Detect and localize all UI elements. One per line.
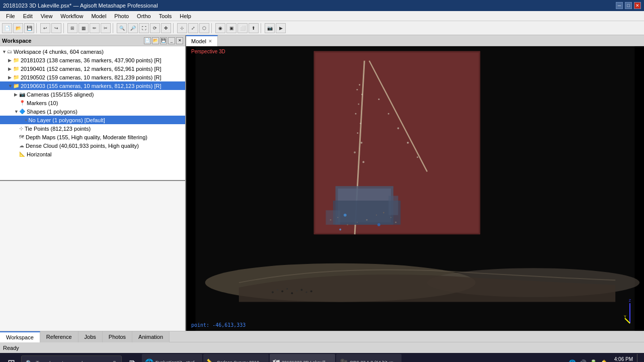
zoom-fit[interactable]: ⛶ [139,23,149,33]
separator-2 [63,23,65,33]
panel-open[interactable]: 📂 [152,37,159,44]
tree-arrow-chunk2: ▶ [8,66,13,71]
tree-item-chunk1[interactable]: ▶ 📁 20181023 (138 cameras, 36 markers, 4… [0,56,185,64]
tool3[interactable]: ✏ [90,23,100,33]
svg-point-4 [356,89,358,90]
tab-workspace[interactable]: Workspace [0,331,40,342]
svg-point-23 [344,214,347,217]
search-icon: 🔍 [26,360,33,363]
tree-item-horizontal[interactable]: 📐 Horizontal [0,150,185,158]
menu-help[interactable]: Help [176,12,195,20]
menu-photo[interactable]: Photo [110,12,133,20]
taskbar-app-evaluationkit[interactable]: 🌐 EvaluationKit - student fre... [142,354,202,362]
build-dense-button[interactable]: ▦ [78,23,89,33]
pan[interactable]: ✥ [161,23,171,33]
tab-animation[interactable]: Animation [132,331,170,342]
tree-item-densecloud[interactable]: ☁ Dense Cloud (40,601,933 points, High q… [0,141,185,150]
new-button[interactable]: 📄 [2,23,12,33]
tree-item-depthmaps[interactable]: 🗺 Depth Maps (155, High quality, Moderat… [0,133,185,141]
titlebar-controls: ─ □ ✕ [616,2,641,9]
densecloud-icon: ☁ [19,143,24,148]
taskbar-app-carlson[interactable]: 📏 Carlson Survey 2019 with L... [203,354,269,362]
toolx[interactable]: ⬡ [199,23,209,33]
model-tab-close[interactable]: ✕ [208,39,212,44]
tree-item-root[interactable]: ▼ 🗂 Workspace (4 chunks, 604 cameras) [0,47,185,56]
menubar: File Edit View Workflow Model Photo Orth… [0,11,644,21]
move[interactable]: ⤢ [188,23,198,33]
menu-view[interactable]: View [37,12,57,20]
menu-workflow[interactable]: Workflow [56,12,87,20]
close-button[interactable]: ✕ [634,2,641,9]
tree-item-nolayer[interactable]: ▪ No Layer (1 polygons) [Default] [0,116,185,124]
save-button[interactable]: 💾 [24,23,34,33]
statusbar: Ready [0,342,644,353]
svg-text:Y: Y [624,315,626,318]
tree-arrow-horizontal [14,152,19,157]
svg-rect-22 [388,196,398,215]
menu-model[interactable]: Model [87,12,110,20]
redo-button[interactable]: ↪ [51,23,61,33]
wireframe[interactable]: ⬜ [237,23,248,33]
menu-ortho[interactable]: Ortho [133,12,155,20]
tab-jobs[interactable]: Jobs [78,331,103,342]
viewport[interactable]: Perspective 3D point: -46,613,333 Z Y [186,46,644,331]
model-tab[interactable]: Model ✕ [186,35,218,46]
svg-point-40 [286,288,288,290]
taskbar-app-obs[interactable]: 🎥 OBS 23.1.0 (64-bit, window... [336,354,401,362]
taskbar-app-metashape[interactable]: 🗺 20181023 3D Lakeville.psx*... [270,354,335,362]
workspace-icon: 🗂 [7,49,12,54]
microphone-icon[interactable]: 🎙 [112,360,117,362]
select[interactable]: ⊹ [177,23,187,33]
notification-icon[interactable]: 🔔 [600,359,608,362]
network-icon[interactable]: 🌐 [569,359,576,362]
battery-icon[interactable]: 🔋 [590,359,597,362]
play-btn[interactable]: ▶ [276,23,286,33]
svg-point-24 [377,223,380,226]
taskbar-search-bar[interactable]: 🔍 Type here to search 🎙 [21,355,122,362]
tab-photos[interactable]: Photos [103,331,132,342]
open-button[interactable]: 📂 [13,23,23,33]
perspective-label: Perspective 3D [191,49,225,54]
zoom-out[interactable]: 🔎 [128,23,138,33]
svg-point-26 [330,219,332,221]
tree-item-chunk4[interactable]: ▼ 📁 20190603 (155 cameras, 10 markers, 8… [0,81,185,90]
rotate[interactable]: ⟳ [150,23,160,33]
menu-edit[interactable]: Edit [19,12,37,20]
export-btn[interactable]: ⬆ [249,23,259,33]
tool4[interactable]: ✂ [101,23,111,33]
tree-item-shapes[interactable]: ▼ 🔷 Shapes (1 polygons) [0,107,185,116]
taskbar: ⊞ 🔍 Type here to search 🎙 ⧉ 🌐 Evaluation… [0,353,644,362]
tree-item-markers[interactable]: 📍 Markers (10) [0,99,185,107]
panel-controls: 📄 📂 💾 _ ✕ [144,37,183,44]
tree-arrow-nolayer [20,118,25,123]
show-desktop-button[interactable] [637,354,640,362]
shading[interactable]: ▣ [226,23,236,33]
tree-arrow-densecloud [14,143,19,148]
tree-item-tiepoints[interactable]: ⊹ Tie Points (812,123 points) [0,124,185,133]
undo-button[interactable]: ↩ [40,23,50,33]
panel-save[interactable]: 💾 [160,37,167,44]
bottom-tabs: Workspace Reference Jobs Photos Animatio… [0,331,644,342]
menu-file[interactable]: File [2,12,19,20]
task-view-button[interactable]: ⧉ [123,354,141,362]
start-button[interactable]: ⊞ [2,354,20,362]
render-btn[interactable]: ◉ [215,23,225,33]
panel-collapse[interactable]: _ [168,37,175,44]
left-panel: Workspace 📄 📂 💾 _ ✕ ▼ 🗂 Workspace (4 chu… [0,35,186,331]
camera-view[interactable]: 📷 [265,23,275,33]
carlson-icon: 📏 [206,358,215,362]
menu-tools[interactable]: Tools [155,12,176,20]
zoom-in[interactable]: 🔍 [117,23,127,33]
volume-icon[interactable]: 🔊 [579,359,587,362]
align-photos-button[interactable]: ⊞ [67,23,77,33]
panel-close[interactable]: ✕ [176,37,183,44]
tree-item-chunk2[interactable]: ▶ 📁 20190401 (152 cameras, 12 markers, 6… [0,64,185,73]
tree-item-cameras[interactable]: ▶ 📷 Cameras (155/155 aligned) [0,90,185,99]
main-layout: Workspace 📄 📂 💾 _ ✕ ▼ 🗂 Workspace (4 chu… [0,35,644,331]
panel-new[interactable]: 📄 [144,37,151,44]
maximize-button[interactable]: □ [625,2,632,9]
minimize-button[interactable]: ─ [616,2,623,9]
tree-item-chunk3[interactable]: ▶ 📁 20190502 (159 cameras, 10 markers, 8… [0,73,185,81]
tab-reference[interactable]: Reference [40,331,78,342]
svg-point-42 [296,290,298,292]
